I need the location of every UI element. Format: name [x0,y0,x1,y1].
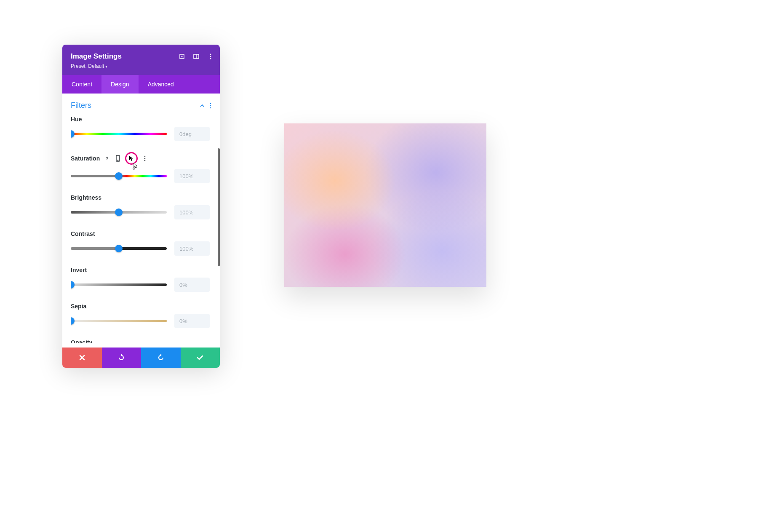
help-icon[interactable]: ? [103,155,111,162]
saturation-value[interactable]: 100% [174,169,210,183]
invert-slider[interactable] [71,283,167,286]
hue-slider[interactable] [71,133,167,135]
saturation-more-icon[interactable] [141,155,149,162]
brightness-label: Brightness [71,194,101,201]
brightness-thumb[interactable] [115,209,123,216]
svg-point-8 [210,105,211,106]
filter-brightness: Brightness 100% [71,194,210,219]
filter-sepia: Sepia 0% [71,303,210,328]
svg-point-6 [210,58,211,59]
contrast-thumb[interactable] [115,245,123,252]
contrast-value[interactable]: 100% [174,241,210,256]
layout-icon[interactable] [193,53,200,60]
hue-thumb[interactable] [71,130,75,138]
hover-state-highlight [125,152,138,165]
hover-cursor-icon[interactable] [128,155,135,162]
filter-hue: Hue 0deg [71,116,210,141]
confirm-button[interactable] [181,348,220,368]
panel-header: Image Settings Preset: Default [62,45,220,75]
svg-point-1 [181,56,183,57]
responsive-icon[interactable] [114,155,122,162]
saturation-slider[interactable] [71,175,167,177]
header-icons [179,53,214,60]
preset-selector[interactable]: Preset: Default [71,63,211,69]
contrast-label: Contrast [71,230,95,237]
brightness-value[interactable]: 100% [174,205,210,219]
svg-point-9 [210,107,211,108]
invert-label: Invert [71,267,87,273]
saturation-label: Saturation [71,155,100,162]
sepia-thumb[interactable] [71,317,75,325]
collapse-icon[interactable] [200,104,205,107]
scrollbar[interactable] [218,148,220,266]
panel-footer [62,348,220,368]
filter-invert: Invert 0% [71,267,210,292]
svg-point-11 [117,160,118,161]
tab-design[interactable]: Design [101,75,139,94]
invert-thumb[interactable] [71,281,75,289]
expand-icon[interactable] [179,53,185,60]
opacity-label: Opacity [71,339,92,343]
tabs: Content Design Advanced [62,75,220,94]
sepia-slider[interactable] [71,320,167,322]
invert-value[interactable]: 0% [174,278,210,292]
hue-value[interactable]: 0deg [174,127,210,141]
filter-contrast: Contrast 100% [71,230,210,256]
svg-point-4 [210,54,211,55]
filter-saturation: Saturation ? [71,152,210,183]
tab-advanced[interactable]: Advanced [139,75,183,94]
section-more-icon[interactable] [210,103,211,109]
contrast-slider[interactable] [71,247,167,250]
cancel-button[interactable] [62,348,102,368]
section-title: Filters [71,101,91,110]
undo-button[interactable] [102,348,141,368]
filters-section: Filters Hue 0deg [62,94,220,348]
more-icon[interactable] [207,53,214,60]
redo-button[interactable] [141,348,181,368]
svg-point-14 [144,160,146,161]
svg-point-7 [210,103,211,104]
preview-image [284,123,486,287]
svg-point-12 [144,156,146,157]
hue-label: Hue [71,116,82,123]
saturation-thumb[interactable] [115,172,123,180]
svg-point-5 [210,56,211,57]
tab-content[interactable]: Content [62,75,101,94]
brightness-slider[interactable] [71,211,167,214]
sepia-label: Sepia [71,303,86,310]
svg-point-13 [144,158,146,159]
filter-opacity: Opacity 100% [71,339,210,343]
image-settings-panel: Image Settings Preset: Default Content D… [62,45,220,368]
filters-body: Hue 0deg Saturation ? [71,116,211,343]
sepia-value[interactable]: 0% [174,314,210,328]
section-header: Filters [71,101,211,110]
